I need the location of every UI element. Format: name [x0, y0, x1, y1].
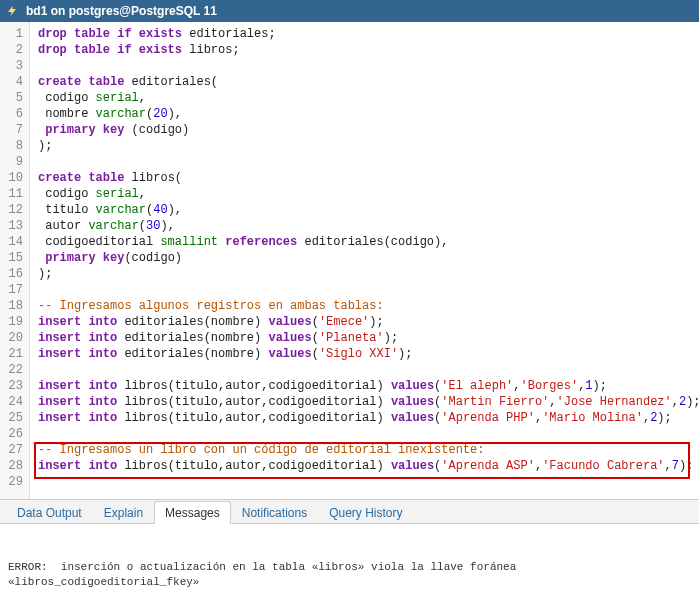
code-line[interactable]: codigo serial,	[38, 186, 699, 202]
code-line[interactable]: insert into editoriales(nombre) values('…	[38, 346, 699, 362]
code-line[interactable]: insert into libros(titulo,autor,codigoed…	[38, 410, 699, 426]
line-number: 22	[4, 362, 23, 378]
line-number-gutter: 1234567891011121314151617181920212223242…	[0, 22, 30, 499]
code-line[interactable]: );	[38, 138, 699, 154]
code-line[interactable]: titulo varchar(40),	[38, 202, 699, 218]
line-number: 9	[4, 154, 23, 170]
code-line[interactable]: -- Ingresamos un libro con un código de …	[38, 442, 699, 458]
code-line[interactable]: insert into libros(titulo,autor,codigoed…	[38, 378, 699, 394]
messages-panel: ERROR: inserción o actualización en la t…	[0, 524, 699, 593]
bolt-icon	[4, 3, 20, 19]
titlebar: bd1 on postgres@PostgreSQL 11	[0, 0, 699, 22]
code-line[interactable]: codigoeditorial smallint references edit…	[38, 234, 699, 250]
line-number: 5	[4, 90, 23, 106]
code-line[interactable]: insert into libros(titulo,autor,codigoed…	[38, 394, 699, 410]
line-number: 16	[4, 266, 23, 282]
code-line[interactable]: insert into libros(titulo,autor,codigoed…	[38, 458, 699, 474]
line-number: 4	[4, 74, 23, 90]
tab-notifications[interactable]: Notifications	[231, 501, 318, 524]
code-line[interactable]	[38, 474, 699, 490]
line-number: 21	[4, 346, 23, 362]
code-line[interactable]	[38, 362, 699, 378]
code-line[interactable]: -- Ingresamos algunos registros en ambas…	[38, 298, 699, 314]
code-line[interactable]	[38, 58, 699, 74]
code-line[interactable]: codigo serial,	[38, 90, 699, 106]
line-number: 20	[4, 330, 23, 346]
code-line[interactable]: create table libros(	[38, 170, 699, 186]
code-line[interactable]: );	[38, 266, 699, 282]
line-number: 3	[4, 58, 23, 74]
code-line[interactable]: primary key (codigo)	[38, 122, 699, 138]
line-number: 10	[4, 170, 23, 186]
code-line[interactable]: drop table if exists editoriales;	[38, 26, 699, 42]
line-number: 11	[4, 186, 23, 202]
line-number: 12	[4, 202, 23, 218]
line-number: 15	[4, 250, 23, 266]
line-number: 28	[4, 458, 23, 474]
connection-title: bd1 on postgres@PostgreSQL 11	[26, 4, 217, 18]
code-line[interactable]: nombre varchar(20),	[38, 106, 699, 122]
tab-query-history[interactable]: Query History	[318, 501, 413, 524]
code-line[interactable]: create table editoriales(	[38, 74, 699, 90]
line-number: 1	[4, 26, 23, 42]
line-number: 8	[4, 138, 23, 154]
line-number: 6	[4, 106, 23, 122]
line-number: 26	[4, 426, 23, 442]
code-line[interactable]: insert into editoriales(nombre) values('…	[38, 330, 699, 346]
line-number: 29	[4, 474, 23, 490]
code-line[interactable]: insert into editoriales(nombre) values('…	[38, 314, 699, 330]
code-line[interactable]	[38, 426, 699, 442]
line-number: 23	[4, 378, 23, 394]
code-line[interactable]: autor varchar(30),	[38, 218, 699, 234]
sql-editor[interactable]: 1234567891011121314151617181920212223242…	[0, 22, 699, 500]
line-number: 2	[4, 42, 23, 58]
line-number: 27	[4, 442, 23, 458]
line-number: 14	[4, 234, 23, 250]
tab-messages[interactable]: Messages	[154, 501, 231, 524]
code-line[interactable]	[38, 154, 699, 170]
line-number: 18	[4, 298, 23, 314]
line-number: 24	[4, 394, 23, 410]
output-tabs: Data OutputExplainMessagesNotificationsQ…	[0, 500, 699, 524]
line-number: 19	[4, 314, 23, 330]
line-number: 7	[4, 122, 23, 138]
code-line[interactable]: primary key(codigo)	[38, 250, 699, 266]
error-line: ERROR: inserción o actualización en la t…	[8, 560, 691, 590]
line-number: 17	[4, 282, 23, 298]
code-line[interactable]: drop table if exists libros;	[38, 42, 699, 58]
line-number: 13	[4, 218, 23, 234]
code-area[interactable]: drop table if exists editoriales;drop ta…	[30, 22, 699, 499]
tab-explain[interactable]: Explain	[93, 501, 154, 524]
code-line[interactable]	[38, 282, 699, 298]
tab-data-output[interactable]: Data Output	[6, 501, 93, 524]
line-number: 25	[4, 410, 23, 426]
